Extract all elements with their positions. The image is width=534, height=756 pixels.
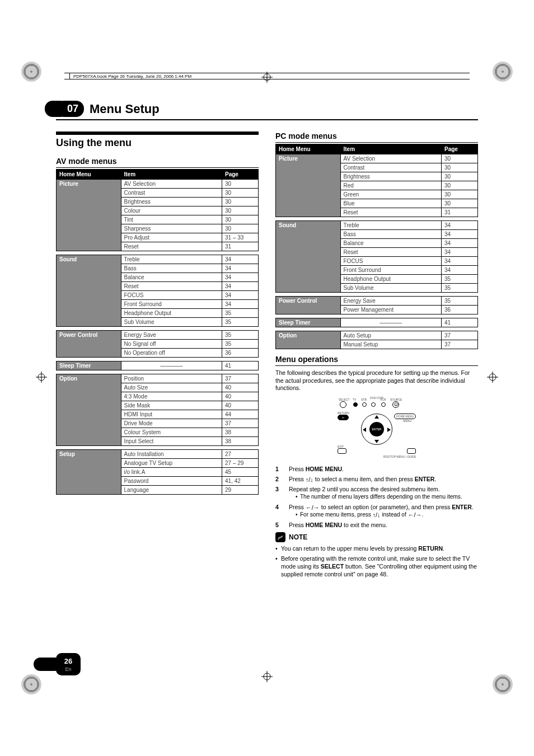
page-cell: 35: [442, 297, 478, 306]
item-cell: Contrast: [121, 189, 222, 198]
group-cell: Sleep Timer: [57, 361, 121, 370]
page-cell: 34: [442, 239, 478, 248]
item-cell: Auto Installation: [121, 450, 222, 459]
page-cell: 30: [442, 154, 478, 163]
home-menu-button: HOME MENU: [394, 414, 416, 419]
item-cell: Sub Volume: [340, 284, 442, 293]
item-cell: Language: [121, 486, 222, 495]
step-text: Press HOME MENU to exit the menu.: [289, 521, 478, 529]
note-header: NOTE: [275, 532, 478, 542]
item-cell: Input Select: [121, 437, 222, 446]
table-header: Page: [222, 170, 259, 180]
item-cell: Reset: [121, 282, 222, 291]
table-row: OptionAuto Setup37: [276, 331, 478, 340]
group-cell: Option: [276, 331, 341, 349]
page-cell: 31 – 33: [222, 233, 259, 242]
registration-mark-icon: [36, 372, 47, 385]
page-cell: 34: [442, 266, 478, 275]
menu-table: SetupAuto Installation27Analogue TV Setu…: [56, 449, 259, 495]
step-number: 5: [275, 521, 283, 529]
steps-list: 1 Press HOME MENU. 2 Press ↑/↓ to select…: [275, 465, 478, 529]
item-cell: Password: [121, 477, 222, 486]
table-row: PictureAV Selection30: [276, 154, 478, 163]
item-cell: Headphone Output: [121, 309, 222, 318]
page-cell: 37: [442, 331, 478, 340]
page-cell: 30: [442, 163, 478, 172]
group-cell: Option: [57, 374, 121, 446]
page-cell: 36: [442, 306, 478, 314]
item-cell: i/o link.A: [121, 468, 222, 477]
page-cell: 30: [222, 215, 259, 224]
table-row: SetupAuto Installation27: [57, 450, 259, 459]
menu-operations-intro: The following describes the typical proc…: [275, 369, 478, 392]
table-row: OptionPosition37: [57, 374, 259, 383]
item-cell: 4:3 Mode: [121, 392, 222, 401]
note-item: You can return to the upper menu levels …: [275, 544, 478, 552]
page-cell: 36: [222, 349, 259, 358]
item-cell: FOCUS: [340, 257, 442, 266]
page-cell: 29: [222, 486, 259, 495]
note-list: You can return to the upper menu levels …: [275, 544, 478, 579]
menu-table: Sleep Timer————41: [275, 318, 478, 327]
page-number: 26: [64, 657, 72, 665]
item-cell: Sub Volume: [121, 318, 222, 327]
page-cell: 41: [222, 361, 259, 370]
page-cell: 41, 42: [222, 477, 259, 486]
item-cell: Bass: [340, 230, 442, 239]
item-cell: Colour: [121, 206, 222, 215]
item-cell: AV Selection: [121, 180, 222, 189]
book-header: PDP507XA.book Page 26 Tuesday, June 20, …: [64, 73, 470, 79]
page-cell: 30: [442, 190, 478, 199]
item-cell: Front Surround: [121, 300, 222, 309]
table-row: Sleep Timer————41: [57, 361, 259, 370]
page-cell: 34: [222, 255, 259, 264]
page-cell: 34: [442, 221, 478, 230]
menu-table: SoundTreble34Bass34Balance34Reset34FOCUS…: [275, 220, 478, 293]
page-cell: 34: [442, 230, 478, 239]
item-cell: Analogue TV Setup: [121, 459, 222, 468]
group-cell: Sound: [276, 221, 341, 293]
remote-label-menu: MENU: [403, 419, 411, 422]
book-header-text: PDP507XA.book Page 26 Tuesday, June 20, …: [70, 74, 191, 79]
up-down-arrow-icon: ↑/↓: [372, 512, 380, 518]
return-button-icon: ↩: [338, 415, 349, 420]
select-button-icon: [340, 401, 346, 408]
left-right-arrow-icon: ←/→: [306, 505, 320, 511]
remote-label-source: SOURCE: [390, 398, 402, 401]
item-cell: Manual Setup: [340, 340, 442, 349]
page-cell: 45: [222, 468, 259, 477]
page-cell: 37: [222, 419, 259, 428]
guide-button-icon: [407, 448, 416, 454]
page-cell: 34: [222, 273, 259, 282]
registration-mark-icon: [261, 671, 273, 684]
tv-led-icon: [353, 402, 358, 407]
item-cell: No Operation off: [121, 349, 222, 358]
page-cell: 37: [222, 374, 259, 383]
page-cell: 31: [222, 242, 259, 251]
page-cell: 30: [222, 180, 259, 189]
page-cell: 34: [222, 264, 259, 273]
section-title: Using the menu: [56, 137, 259, 149]
print-target-icon: [21, 674, 41, 694]
note-label: NOTE: [289, 533, 307, 541]
group-cell: Picture: [276, 154, 341, 217]
item-cell: Colour System: [121, 428, 222, 437]
remote-label-bottom: BS/DTOP MENU / GUIDE: [383, 455, 416, 458]
page-cell: 35: [222, 340, 259, 349]
note-icon: [275, 532, 285, 542]
page-cell: 30: [222, 224, 259, 233]
table-header: Home Menu: [276, 144, 341, 154]
item-cell: Sharpness: [121, 224, 222, 233]
menu-table: Power ControlEnergy Save35Power Manageme…: [275, 296, 478, 314]
page-cell: 31: [442, 208, 478, 217]
item-cell: FOCUS: [121, 291, 222, 300]
page-cell: 30: [222, 206, 259, 215]
dvd-led-icon: [371, 402, 376, 407]
chapter-number-badge: 07: [56, 101, 84, 117]
page-cell: 35: [222, 318, 259, 327]
item-cell: Reset: [340, 208, 442, 217]
step-number: 4: [275, 503, 283, 519]
page-cell: 34: [222, 291, 259, 300]
table-row: SoundTreble34: [276, 221, 478, 230]
note-item: Before operating with the remote control…: [275, 555, 478, 579]
